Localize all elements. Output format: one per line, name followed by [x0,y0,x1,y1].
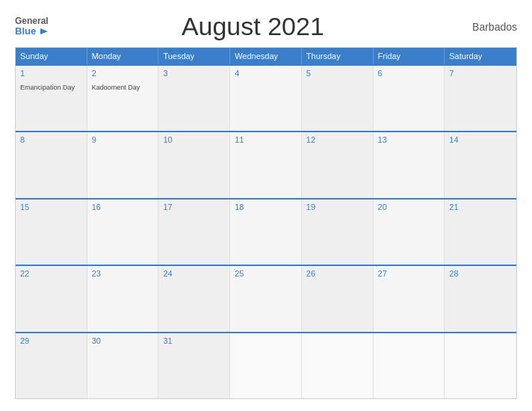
header-monday: Monday [87,48,159,64]
header-wednesday: Wednesday [230,48,302,64]
week-row-2: 8 9 10 11 12 13 14 [16,131,516,197]
day-cell: 30 [87,333,159,398]
day-cell-empty [374,333,445,398]
day-cell: 26 [302,266,374,331]
calendar-page: General Blue August 2021 Barbados Sunday… [0,0,532,411]
day-cell: 20 [374,200,445,265]
calendar-grid: Sunday Monday Tuesday Wednesday Thursday… [15,47,517,399]
day-cell: 28 [445,266,516,331]
day-cell: 3 [158,66,230,131]
day-cell: 22 [16,266,87,331]
day-cell: 24 [158,266,230,331]
day-cell: 27 [374,266,445,331]
day-cell: 31 [158,333,230,398]
header-sunday: Sunday [16,48,87,64]
day-cell: 5 [302,66,374,131]
svg-marker-0 [40,28,48,34]
header-saturday: Saturday [445,48,516,64]
week-row-1: 1 Emancipation Day 2 Kadooment Day 3 4 5 [16,64,516,131]
day-cell: 14 [445,132,516,197]
day-cell: 15 [16,200,87,265]
day-cell: 18 [230,200,302,265]
day-cell: 8 [16,132,87,197]
day-cell: 17 [158,200,230,265]
day-cell: 7 [445,66,516,131]
header: General Blue August 2021 Barbados [15,12,517,41]
week-row-3: 15 16 17 18 19 20 21 [16,198,516,265]
week-row-4: 22 23 24 25 26 27 28 [16,265,516,331]
day-cell: 1 Emancipation Day [16,66,87,131]
day-cell: 25 [230,266,302,331]
day-cell: 6 [374,66,445,131]
day-cell: 9 [87,132,159,197]
day-cell: 11 [230,132,302,197]
day-cell: 2 Kadooment Day [87,66,159,131]
header-thursday: Thursday [302,48,374,64]
day-cell: 29 [16,333,87,398]
day-headers-row: Sunday Monday Tuesday Wednesday Thursday… [16,48,516,64]
month-title: August 2021 [49,12,457,41]
weeks-container: 1 Emancipation Day 2 Kadooment Day 3 4 5 [16,64,516,398]
country-label: Barbados [457,21,517,33]
day-cell-empty [445,333,516,398]
header-tuesday: Tuesday [158,48,230,64]
week-row-5: 29 30 31 [16,332,516,398]
day-cell: 12 [302,132,374,197]
header-friday: Friday [374,48,445,64]
day-cell: 23 [87,266,159,331]
day-cell: 16 [87,200,159,265]
day-cell-empty [230,333,302,398]
day-cell-empty [302,333,374,398]
day-cell: 4 [230,66,302,131]
day-cell: 19 [302,200,374,265]
logo: General Blue [15,16,49,37]
day-cell: 21 [445,200,516,265]
day-cell: 13 [374,132,445,197]
day-cell: 10 [158,132,230,197]
